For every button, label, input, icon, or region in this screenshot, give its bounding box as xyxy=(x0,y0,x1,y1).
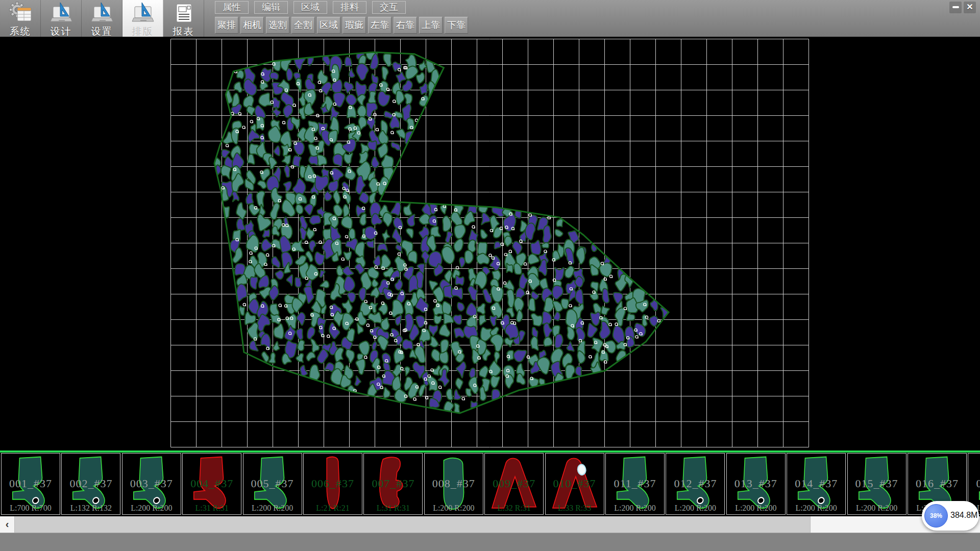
piece-id-label: 013_#37 xyxy=(727,477,785,490)
piece-thumbnail-010_#37[interactable]: 010_#37L:33 R:33 xyxy=(545,453,604,515)
piece-id-label: 008_#37 xyxy=(425,477,483,490)
piece-thumbnail-007_#37[interactable]: 007_#37L:31 R:31 xyxy=(363,453,423,515)
piece-thumbnail-011_#37[interactable]: 011_#37L:200 R:200 xyxy=(605,453,665,515)
top-toolbar: 系统设计设置排版报表 属性编辑区域排料交互 聚排相机选割全割区域瑕疵左靠右靠上靠… xyxy=(0,0,980,38)
main-button-nesting[interactable]: 排版 xyxy=(122,0,163,38)
piece-id-label: 015_#37 xyxy=(848,477,906,490)
piece-id-label: 006_#37 xyxy=(304,477,362,490)
piece-thumbnail-013_#37[interactable]: 013_#37L:200 R:200 xyxy=(726,453,786,515)
close-icon: ✕ xyxy=(966,3,973,11)
piece-thumbnail-006_#37[interactable]: 006_#37L:21 R:21 xyxy=(303,453,362,515)
menu-tab-edit[interactable]: 编辑 xyxy=(254,1,288,14)
piece-thumbnail-004_#37[interactable]: 004_#37L:31 R:31 xyxy=(182,453,241,515)
piece-id-label: 004_#37 xyxy=(183,477,241,490)
piece-id-label: 003_#37 xyxy=(122,477,181,490)
piece-id-label: 009_#37 xyxy=(485,477,543,490)
piece-id-label: 002_#37 xyxy=(62,477,120,490)
scrollbar-thumb[interactable] xyxy=(14,516,811,533)
piece-lr-count: L:31 R:31 xyxy=(364,504,422,513)
tool-button-snap-top[interactable]: 上靠 xyxy=(419,17,443,34)
piece-lr-count: L:31 R:31 xyxy=(183,504,241,513)
tool-button-cluster-nest[interactable]: 聚排 xyxy=(215,17,238,34)
piece-thumbnail-strip: 001_#37L:700 R:700002_#37L:132 R:132003_… xyxy=(0,450,980,515)
menu-tab-row: 属性编辑区域排料交互 xyxy=(215,1,411,14)
piece-thumbnail-012_#37[interactable]: 012_#37L:200 R:200 xyxy=(666,453,725,515)
piece-thumbnail-014_#37[interactable]: 014_#37L:200 R:200 xyxy=(787,453,846,515)
piece-id-label: 012_#37 xyxy=(666,477,724,490)
status-bar xyxy=(0,533,980,551)
main-button-report[interactable]: 报表 xyxy=(163,0,204,38)
menu-tab-interact[interactable]: 交互 xyxy=(372,1,406,14)
piece-lr-count: L:200 R:200 xyxy=(606,504,664,513)
piece-thumbnail-009_#37[interactable]: 009_#37L:32 R:31 xyxy=(484,453,544,515)
menu-tab-region[interactable]: 区域 xyxy=(293,1,327,14)
piece-id-label: 011_#37 xyxy=(606,477,664,490)
piece-thumbnail-008_#37[interactable]: 008_#37L:200 R:200 xyxy=(424,453,483,515)
piece-lr-count: L:200 R:200 xyxy=(848,504,906,513)
piece-id-label: 017_#37 xyxy=(968,477,980,490)
piece-id-label: 005_#37 xyxy=(243,477,302,490)
tool-button-region[interactable]: 区域 xyxy=(317,17,340,34)
piece-lr-count: L:200 R:200 xyxy=(727,504,785,513)
close-button[interactable]: ✕ xyxy=(964,2,976,13)
report-icon xyxy=(172,2,195,25)
piece-id-label: 001_#37 xyxy=(2,477,60,490)
piece-id-label: 016_#37 xyxy=(908,477,966,490)
piece-id-label: 014_#37 xyxy=(787,477,845,490)
minimize-icon xyxy=(952,6,959,8)
tool-button-camera[interactable]: 相机 xyxy=(240,17,264,34)
nesting-canvas[interactable] xyxy=(0,37,980,450)
memory-size-label: 384.8M xyxy=(950,511,977,520)
piece-lr-count: L:200 R:200 xyxy=(425,504,483,513)
piece-lr-count: L:21 R:21 xyxy=(304,504,362,513)
tool-button-snap-bottom[interactable]: 下靠 xyxy=(445,17,468,34)
tool-button-select-cut[interactable]: 选割 xyxy=(266,17,289,34)
tool-button-row: 聚排相机选割全割区域瑕疵左靠右靠上靠下靠 xyxy=(215,17,470,34)
main-button-settings[interactable]: 设置 xyxy=(82,0,122,38)
piece-lr-count: L:132 R:132 xyxy=(62,504,120,513)
menu-tab-nest[interactable]: 排料 xyxy=(333,1,366,14)
piece-lr-count: L:200 R:200 xyxy=(243,504,302,513)
design-icon xyxy=(50,2,73,25)
piece-thumbnail-015_#37[interactable]: 015_#37L:200 R:200 xyxy=(847,453,906,515)
tool-button-snap-right[interactable]: 右靠 xyxy=(394,17,417,34)
window-controls: ✕ xyxy=(949,2,976,13)
piece-lr-count: L:32 R:31 xyxy=(485,504,543,513)
horizontal-scrollbar[interactable]: ‹ › xyxy=(0,516,980,533)
piece-thumbnail-003_#37[interactable]: 003_#37L:200 R:200 xyxy=(122,453,181,515)
piece-lr-count: L:700 R:700 xyxy=(2,504,60,513)
menu-tab-properties[interactable]: 属性 xyxy=(215,1,249,14)
piece-lr-count: L:200 R:200 xyxy=(122,504,181,513)
piece-thumbnail-005_#37[interactable]: 005_#37L:200 R:200 xyxy=(243,453,302,515)
piece-thumbnail-002_#37[interactable]: 002_#37L:132 R:132 xyxy=(61,453,120,515)
main-button-system[interactable]: 系统 xyxy=(0,0,41,38)
system-icon xyxy=(9,2,32,25)
piece-id-label: 007_#37 xyxy=(364,477,422,490)
design-icon xyxy=(90,2,114,25)
minimize-button[interactable] xyxy=(949,2,962,13)
piece-lr-count: L:33 R:33 xyxy=(546,504,604,513)
tool-button-snap-left[interactable]: 左靠 xyxy=(368,17,391,34)
piece-lr-count: L:200 R:200 xyxy=(666,504,724,513)
strip-separator-line xyxy=(0,450,980,453)
tool-button-cut-all[interactable]: 全割 xyxy=(291,17,315,34)
piece-thumbnail-001_#37[interactable]: 001_#37L:700 R:700 xyxy=(1,453,60,515)
tool-button-flaw[interactable]: 瑕疵 xyxy=(342,17,366,34)
design-icon xyxy=(131,2,155,25)
progress-percent-badge: 38% xyxy=(924,504,948,528)
scroll-left-arrow[interactable]: ‹ xyxy=(0,516,14,533)
progress-badge: 38% 384.8M xyxy=(922,501,979,531)
application-window: 系统设计设置排版报表 属性编辑区域排料交互 聚排相机选割全割区域瑕疵左靠右靠上靠… xyxy=(0,0,980,551)
piece-lr-count: L:200 R:200 xyxy=(787,504,845,513)
piece-id-label: 010_#37 xyxy=(546,477,604,490)
main-button-design[interactable]: 设计 xyxy=(41,0,82,38)
